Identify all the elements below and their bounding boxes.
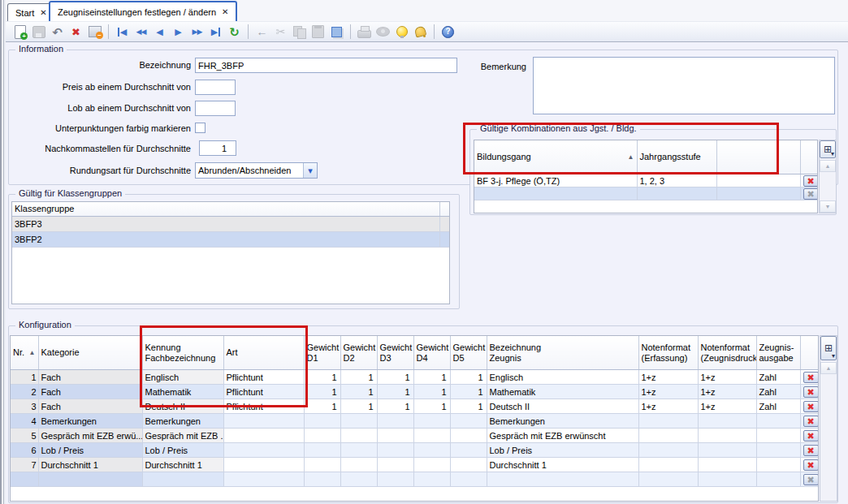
delete-row-button[interactable]: ✖ [803, 401, 819, 412]
cell-d1[interactable] [304, 429, 340, 443]
cell-d2[interactable] [340, 458, 377, 472]
column-header-jahrgangsstufe[interactable]: Jahrgangsstufe [637, 140, 716, 174]
nav-fast-forward-icon[interactable]: ▶▶ [188, 24, 206, 40]
scrollbar-track[interactable] [820, 172, 836, 200]
cell-kennung[interactable]: Durchschnitt 1 [142, 458, 223, 472]
cell-d4[interactable]: 1 [413, 399, 450, 414]
cell-d5[interactable]: 1 [450, 385, 487, 399]
tab-zeugniseinstellungen[interactable]: Zeugniseinstellungen festlegen / ändern … [49, 1, 237, 21]
cell-kennung[interactable]: Deutsch II [142, 399, 223, 414]
column-header-kategorie[interactable]: Kategorie [38, 336, 142, 370]
column-header-notenformat-erfassung[interactable]: Notenformat (Erfassung) [638, 336, 698, 370]
scroll-down-button[interactable]: ▼ [820, 200, 836, 213]
cell-d5[interactable]: 1 [450, 370, 487, 385]
cell-d3[interactable]: 1 [377, 399, 413, 414]
new-record-icon[interactable] [11, 24, 28, 40]
bemerkung-textarea[interactable] [533, 57, 835, 114]
cell-nfd[interactable] [698, 472, 756, 487]
cell-aus[interactable]: Zahl [756, 385, 800, 399]
cell-nfe[interactable]: 1+z [638, 385, 698, 399]
cell-d5[interactable] [450, 443, 487, 458]
delete-row-button[interactable]: ✖ [803, 188, 819, 200]
close-tab-icon[interactable]: ✕ [222, 7, 228, 16]
cell-kategorie[interactable]: Gespräch mit EZB erwü... [38, 429, 142, 443]
cell-nfd[interactable]: 1+z [698, 385, 756, 399]
cell-nfd[interactable]: 1+z [698, 399, 756, 414]
cell-d1[interactable] [304, 414, 340, 429]
cell-nfe[interactable]: 1+z [638, 399, 698, 414]
cell-art[interactable] [223, 458, 304, 472]
cell-d2[interactable] [340, 429, 377, 443]
cell-nr[interactable]: 1 [11, 370, 38, 385]
lob-input[interactable] [195, 101, 236, 116]
scrollbar-track[interactable] [820, 374, 837, 501]
cell-bezeichnung[interactable]: Gespräch mit EZB erwünscht [487, 429, 638, 443]
cell-blank[interactable] [716, 187, 800, 200]
cell-aus[interactable]: Zahl [756, 370, 800, 385]
delete-row-button[interactable]: ✖ [803, 445, 819, 456]
cell-nfd[interactable]: 1+z [698, 370, 756, 385]
column-header-nr[interactable]: Nr.▲ [11, 336, 38, 370]
cell-d3[interactable]: 1 [377, 385, 413, 399]
tab-start[interactable]: Start ✕ [7, 3, 55, 21]
cell-d2[interactable] [340, 443, 377, 458]
cell-kategorie[interactable]: Fach [38, 399, 142, 414]
cell-aus[interactable] [756, 443, 800, 458]
cell-d5[interactable] [450, 429, 487, 443]
cell-nfe[interactable] [638, 458, 698, 472]
cell-bildungsgang[interactable]: BF 3-j. Pflege (Ö,TZ) [474, 174, 637, 187]
cell-nfe[interactable]: 1+z [638, 370, 698, 385]
cell-nr[interactable] [11, 472, 38, 487]
column-header-gewicht-d4[interactable]: Gewicht D4 [413, 336, 450, 370]
cell-kategorie[interactable]: Fach [38, 370, 142, 385]
column-header-bildungsgang[interactable]: Bildungsgang▲ [474, 140, 637, 174]
chevron-down-icon[interactable]: ▾ [303, 163, 317, 178]
cell-nfe[interactable] [638, 429, 698, 443]
cell-d2[interactable]: 1 [340, 399, 377, 414]
cell-d3[interactable] [377, 458, 413, 472]
cell-kennung[interactable]: Bemerkungen [142, 414, 223, 429]
cell-bezeichnung[interactable]: Durchschnitt 1 [487, 458, 638, 472]
cell-nr[interactable]: 4 [11, 414, 38, 429]
cell-d1[interactable] [304, 458, 340, 472]
print-icon[interactable] [356, 24, 373, 40]
cell-blank[interactable] [716, 174, 800, 187]
cell-d4[interactable] [413, 472, 450, 487]
cell-d2[interactable] [340, 472, 377, 487]
cell-bezeichnung[interactable]: Bemerkungen [487, 414, 638, 429]
cell-d1[interactable]: 1 [304, 385, 340, 399]
cell-d4[interactable] [413, 414, 450, 429]
cell-art[interactable] [223, 472, 304, 487]
cell-jahrgangsstufe[interactable] [637, 187, 716, 200]
cell-bezeichnung[interactable]: Mathematik [487, 385, 638, 399]
hint-icon[interactable] [393, 24, 410, 40]
cell-aus[interactable] [756, 414, 800, 429]
cell-nfe[interactable] [638, 443, 698, 458]
save-icon[interactable] [30, 24, 47, 40]
delete-row-button[interactable]: ✖ [803, 430, 819, 442]
delete-row-button[interactable]: ✖ [803, 175, 819, 187]
cell-d4[interactable]: 1 [413, 385, 450, 399]
rundungsart-select[interactable]: Abrunden/Abschneiden ▾ [195, 162, 318, 179]
cell-d1[interactable] [304, 443, 340, 458]
refresh-icon[interactable]: ↻ [226, 24, 243, 40]
cell-art[interactable]: Pflichtunt [223, 399, 304, 414]
paste-icon[interactable] [309, 24, 327, 40]
delete-row-button[interactable]: ✖ [803, 474, 819, 485]
delete-row-button[interactable]: ✖ [803, 459, 819, 471]
cell-kennung[interactable]: Lob / Preis [142, 443, 223, 458]
column-header-art[interactable]: Art [223, 336, 304, 370]
cell-d1[interactable]: 1 [304, 399, 340, 414]
cell-d3[interactable] [377, 414, 413, 429]
back-arrow-icon[interactable]: ← [253, 24, 270, 40]
cell-d5[interactable] [450, 472, 487, 487]
column-header-notenformat-zeugnisdruck[interactable]: Notenformat (Zeugnisdruck) [698, 336, 756, 370]
cell-kennung[interactable] [142, 472, 223, 487]
cell-d3[interactable] [377, 472, 413, 487]
cell-d4[interactable]: 1 [413, 370, 450, 385]
notification-bell-icon[interactable] [412, 24, 429, 40]
cell-art[interactable] [223, 414, 304, 429]
nav-last-icon[interactable]: ▶ [207, 24, 224, 40]
cell-d3[interactable] [377, 443, 413, 458]
cell-nfe[interactable] [638, 414, 698, 429]
